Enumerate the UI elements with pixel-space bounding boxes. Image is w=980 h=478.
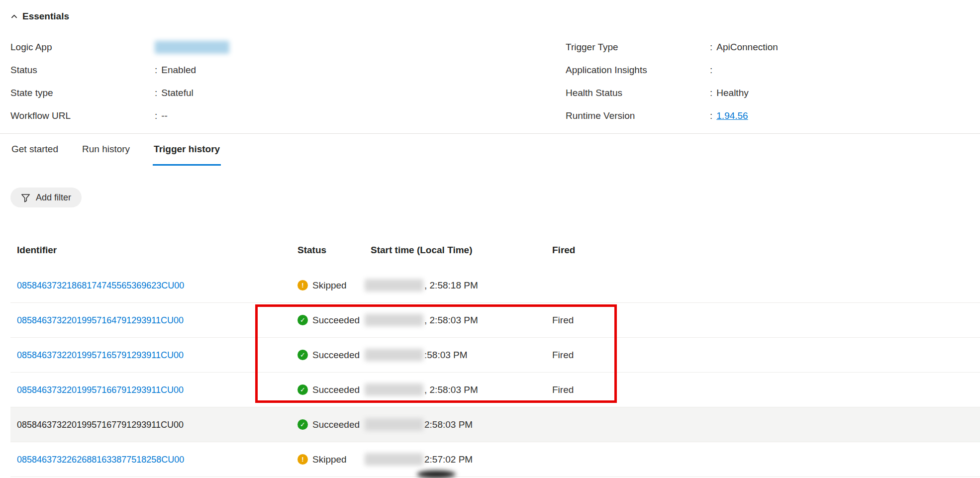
field-logic-app: Logic App: [10, 36, 566, 59]
field-label: State type: [10, 88, 155, 98]
tab-trigger-history[interactable]: Trigger history: [153, 134, 221, 166]
redacted-date: [365, 418, 423, 431]
redacted-date: [365, 383, 423, 396]
status-icon: !: [297, 280, 308, 290]
redacted-date: [365, 279, 423, 291]
field-colon: :: [710, 65, 712, 76]
field-value: --: [161, 110, 168, 121]
status-icon: ✓: [297, 350, 308, 360]
field-label: Health Status: [566, 88, 710, 98]
tab-run-history[interactable]: Run history: [81, 134, 131, 166]
header-identifier: Identifier: [17, 245, 297, 256]
identifier-link[interactable]: 08584637321868174745565369623CU00: [17, 281, 184, 290]
add-filter-label: Add filter: [36, 192, 71, 203]
table-row[interactable]: 08584637322019957165791293911CU00 ✓ Succ…: [10, 338, 980, 373]
status-label: Succeeded: [312, 419, 360, 430]
chevron-up-icon: [10, 13, 18, 20]
field-label: Runtime Version: [566, 110, 710, 121]
field-value: Healthy: [716, 88, 748, 98]
redacted-smudge: [417, 471, 456, 478]
field-colon: :: [155, 110, 157, 121]
field-label: Workflow URL: [10, 110, 155, 121]
redacted-date: [365, 314, 423, 326]
essentials-section: Essentials Logic App Status : Enabled St…: [0, 0, 980, 133]
status-label: Skipped: [312, 454, 347, 465]
status-icon: !: [297, 454, 308, 465]
redacted-date: [365, 453, 423, 466]
status-label: Succeeded: [312, 384, 360, 395]
tab-bar: Get started Run history Trigger history: [0, 134, 980, 166]
field-runtime-version: Runtime Version : 1.94.56: [566, 104, 778, 127]
field-value: Enabled: [161, 65, 196, 76]
fired-cell: Fired: [552, 384, 980, 395]
header-status: Status: [297, 245, 371, 256]
field-colon: :: [710, 42, 712, 53]
field-value: Stateful: [161, 88, 193, 98]
field-colon: :: [710, 110, 712, 121]
field-application-insights: Application Insights :: [566, 59, 778, 82]
field-colon: :: [710, 88, 712, 98]
essentials-grid: Logic App Status : Enabled State type : …: [10, 36, 980, 127]
table-row[interactable]: 08584637321868174745565369623CU00 ! Skip…: [10, 268, 980, 303]
redacted-logic-app-name: [155, 41, 229, 54]
field-trigger-type: Trigger Type : ApiConnection: [566, 36, 778, 59]
identifier-link[interactable]: 08584637322019957167791293911CU00: [17, 420, 184, 430]
table-row[interactable]: 08584637322626881633877518258CU00 ! Skip…: [10, 442, 980, 477]
fired-cell: Fired: [552, 315, 980, 326]
status-icon: ✓: [297, 384, 308, 395]
table-row[interactable]: 08584637322019957166791293911CU00 ✓ Succ…: [10, 373, 980, 407]
field-workflow-url: Workflow URL : --: [10, 104, 566, 127]
essentials-right-column: Trigger Type : ApiConnection Application…: [566, 36, 778, 127]
tab-get-started[interactable]: Get started: [10, 134, 59, 166]
essentials-collapse-header[interactable]: Essentials: [10, 10, 85, 23]
field-status: Status : Enabled: [10, 59, 566, 82]
field-label: Logic App: [10, 42, 155, 53]
field-health-status: Health Status : Healthy: [566, 82, 778, 104]
status-label: Succeeded: [312, 315, 360, 326]
status-icon: ✓: [297, 315, 308, 325]
field-label: Application Insights: [566, 65, 710, 76]
field-colon: :: [155, 65, 157, 76]
trigger-history-table: Identifier Status Start time (Local Time…: [0, 239, 980, 477]
table-row[interactable]: 08584637322019957164791293911CU00 ✓ Succ…: [10, 303, 980, 338]
start-time-text: , 2:58:03 PM: [424, 315, 478, 326]
header-fired: Fired: [552, 245, 980, 256]
essentials-title: Essentials: [22, 11, 69, 22]
identifier-link[interactable]: 08584637322019957164791293911CU00: [17, 315, 184, 325]
fired-cell: Fired: [552, 350, 980, 361]
start-time-text: :58:03 PM: [424, 350, 468, 361]
filter-toolbar: Add filter: [0, 188, 980, 207]
logic-app-trigger-history-page: Essentials Logic App Status : Enabled St…: [0, 0, 980, 478]
filter-icon: [21, 193, 30, 202]
start-time-text: , 2:58:18 PM: [424, 280, 478, 291]
field-colon: :: [155, 88, 157, 98]
header-start-time: Start time (Local Time): [371, 245, 552, 256]
field-state-type: State type : Stateful: [10, 82, 566, 104]
field-value: ApiConnection: [716, 42, 778, 53]
table-header-row: Identifier Status Start time (Local Time…: [10, 239, 980, 261]
identifier-link[interactable]: 08584637322626881633877518258CU00: [17, 455, 184, 465]
identifier-link[interactable]: 08584637322019957165791293911CU00: [17, 350, 184, 360]
table-row[interactable]: 08584637322019957167791293911CU00 ✓ Succ…: [10, 407, 980, 442]
status-label: Skipped: [312, 280, 347, 291]
runtime-version-link[interactable]: 1.94.56: [716, 110, 748, 121]
redacted-date: [365, 349, 423, 361]
start-time-text: 2:58:03 PM: [424, 419, 473, 430]
status-icon: ✓: [297, 419, 308, 430]
start-time-text: 2:57:02 PM: [424, 454, 473, 465]
status-label: Succeeded: [312, 350, 360, 361]
identifier-link[interactable]: 08584637322019957166791293911CU00: [17, 385, 184, 395]
add-filter-button[interactable]: Add filter: [10, 188, 82, 207]
essentials-left-column: Logic App Status : Enabled State type : …: [10, 36, 566, 127]
start-time-text: , 2:58:03 PM: [424, 384, 478, 395]
field-label: Status: [10, 65, 155, 76]
field-label: Trigger Type: [566, 42, 710, 53]
